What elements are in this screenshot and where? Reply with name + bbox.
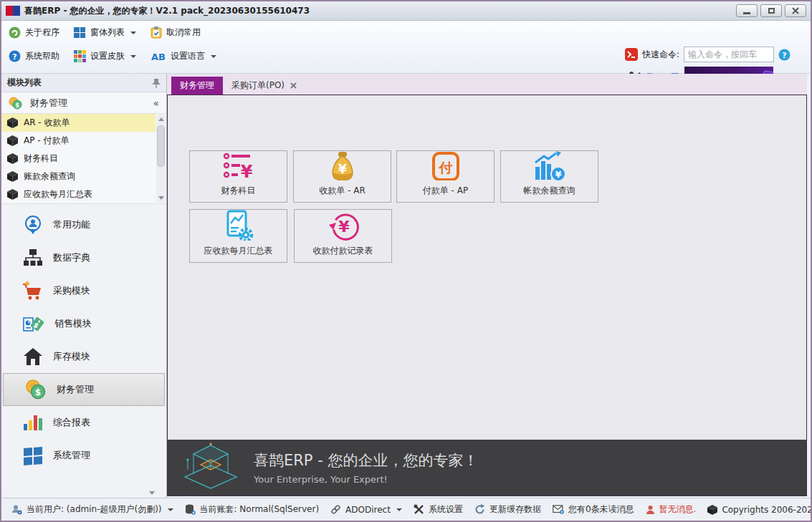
tile-label: 应收款每月汇总表 bbox=[204, 245, 273, 257]
module-common[interactable]: 常用功能 bbox=[1, 208, 166, 241]
module-label: 综合报表 bbox=[53, 416, 90, 429]
module-label: 财务管理 bbox=[57, 383, 94, 396]
quick-command-label: 快速命令: bbox=[642, 49, 679, 61]
payment-records-icon: ¥ bbox=[327, 210, 360, 241]
ado-direct-dropdown[interactable]: ADODirect bbox=[325, 504, 408, 515]
sidebar-scrollbar[interactable] bbox=[156, 115, 166, 203]
module-sales[interactable]: $ 销售模块 bbox=[1, 307, 166, 340]
tab-label: 采购订单(PO) bbox=[231, 79, 285, 92]
tile-monthly-summary[interactable]: 应收款每月汇总表 bbox=[189, 209, 287, 263]
svg-text:?: ? bbox=[782, 50, 786, 59]
module-label: 采购模块 bbox=[53, 284, 90, 297]
group-label: 财务管理 bbox=[30, 97, 145, 110]
refresh-cache-button[interactable]: 更新缓存数据 bbox=[469, 503, 547, 516]
module-label: 系统管理 bbox=[53, 449, 90, 462]
minimize-button[interactable] bbox=[736, 4, 758, 17]
price-tag-icon: $ bbox=[23, 314, 44, 334]
module-label: 销售模块 bbox=[54, 317, 92, 330]
cube-dark-icon bbox=[707, 505, 717, 515]
sidebar-overflow-button[interactable] bbox=[149, 491, 155, 495]
set-language-label: 设置语言 bbox=[171, 50, 205, 62]
scroll-thumb[interactable] bbox=[157, 125, 165, 167]
func-item-ap[interactable]: AP - 付款单 bbox=[1, 132, 156, 150]
cancel-favorite-button[interactable]: 取消常用 bbox=[151, 26, 201, 39]
system-settings-button[interactable]: 系统设置 bbox=[408, 503, 469, 516]
func-item-monthly[interactable]: 应收款每月汇总表 bbox=[1, 185, 156, 203]
scroll-down-icon[interactable] bbox=[156, 193, 166, 203]
quick-command-input[interactable] bbox=[684, 47, 774, 62]
cube-icon bbox=[7, 171, 18, 182]
scroll-up-icon[interactable] bbox=[156, 115, 166, 124]
tile-payment-ap[interactable]: 付 付款单 - AP bbox=[396, 150, 495, 203]
help-icon: ? bbox=[9, 50, 21, 62]
current-account-set: 当前账套: Normal(SqlServer) bbox=[179, 503, 325, 516]
user-gear-icon bbox=[11, 504, 22, 515]
ado-direct-label: ADODirect bbox=[345, 505, 391, 515]
svg-text:¥: ¥ bbox=[338, 162, 347, 176]
module-inventory[interactable]: 库存模块 bbox=[1, 340, 166, 373]
set-language-button[interactable]: AB 设置语言 bbox=[151, 50, 216, 62]
no-message-indicator[interactable]: 暂无消息. bbox=[640, 503, 702, 516]
quick-command-bar: 快速命令: ? bbox=[625, 47, 790, 62]
window-list-icon bbox=[74, 26, 86, 39]
svg-text:付: 付 bbox=[438, 160, 452, 175]
tab-close-icon[interactable] bbox=[290, 82, 297, 89]
finance-subjects-icon: ¥ bbox=[222, 151, 255, 180]
func-label: 账款余额查询 bbox=[24, 170, 75, 183]
current-user-dropdown[interactable]: 当前用户: (admin-超级用户(勿删)) bbox=[6, 503, 179, 516]
home-icon bbox=[23, 347, 43, 367]
person-red-icon bbox=[646, 505, 655, 515]
chevron-down-icon bbox=[396, 508, 402, 511]
window-list-button[interactable]: 窗体列表 bbox=[74, 26, 136, 39]
tile-receipt-ar[interactable]: ¥ 收款单 - AR bbox=[293, 150, 391, 203]
func-item-ar[interactable]: AR - 收款单 bbox=[1, 114, 156, 132]
system-help-button[interactable]: ? 系统帮助 bbox=[9, 50, 59, 62]
link-icon bbox=[330, 504, 341, 515]
refresh-cache-label: 更新缓存数据 bbox=[489, 503, 541, 516]
pin-icon[interactable] bbox=[152, 78, 161, 88]
cancel-favorite-label: 取消常用 bbox=[166, 26, 201, 39]
unread-messages-button[interactable]: 您有0条未读消息 bbox=[547, 503, 640, 516]
tile-payment-records[interactable]: ¥ 收款付款记录表 bbox=[294, 209, 392, 263]
tab-purchase-order[interactable]: 采购订单(PO) bbox=[223, 77, 305, 95]
tile-label: 付款单 - AP bbox=[423, 185, 468, 197]
group-header-finance[interactable]: $ 财务管理 « bbox=[1, 92, 166, 114]
module-reports[interactable]: 综合报表 bbox=[1, 406, 166, 439]
app-window: 喜鹊ERP - 您的企业，您的专家！V2.1 pack_202306301556… bbox=[0, 0, 812, 522]
money-bag-icon: ¥ bbox=[326, 151, 359, 180]
chevron-down-icon bbox=[130, 55, 136, 58]
close-button[interactable] bbox=[785, 4, 806, 17]
module-purchase[interactable]: 采购模块 bbox=[1, 274, 166, 307]
refresh-icon bbox=[474, 504, 485, 515]
set-skin-button[interactable]: 设置皮肤 bbox=[74, 50, 136, 62]
status-bar: 当前用户: (admin-超级用户(勿删)) 当前账套: Normal(SqlS… bbox=[1, 498, 811, 521]
pay-stamp-icon: 付 bbox=[429, 151, 462, 180]
copyright-label: Copyrights 2006-202 bbox=[722, 505, 812, 515]
about-button[interactable]: 关于程序 bbox=[9, 26, 59, 39]
module-label: 数据字典 bbox=[53, 251, 90, 264]
tab-finance[interactable]: 财务管理 bbox=[171, 77, 223, 95]
toolbar: 关于程序 窗体列表 取消常用 ? 系统帮助 bbox=[1, 21, 811, 74]
collapse-icon[interactable]: « bbox=[153, 97, 159, 109]
set-skin-label: 设置皮肤 bbox=[90, 50, 125, 62]
maximize-button[interactable] bbox=[760, 4, 782, 17]
svg-text:$: $ bbox=[15, 102, 19, 108]
module-dictionary[interactable]: 数据字典 bbox=[1, 241, 166, 274]
svg-text:?: ? bbox=[12, 52, 16, 62]
window-title: 喜鹊ERP - 您的企业，您的专家！V2.1 pack_202306301556… bbox=[24, 5, 733, 17]
module-label: 库存模块 bbox=[53, 350, 90, 363]
svg-text:AB: AB bbox=[151, 52, 166, 62]
tile-label: 财务科目 bbox=[221, 185, 256, 197]
svg-text:$: $ bbox=[35, 387, 41, 397]
banner-subtitle: Your Enterprise, Your Expert! bbox=[254, 474, 478, 485]
func-item-balance[interactable]: 账款余额查询 bbox=[1, 168, 156, 185]
func-item-subjects[interactable]: 财务科目 bbox=[1, 150, 156, 168]
func-label: 应收款每月汇总表 bbox=[24, 188, 92, 200]
help-circle-icon[interactable]: ? bbox=[778, 49, 790, 61]
module-finance[interactable]: $ 财务管理 bbox=[3, 373, 165, 406]
tile-balance-query[interactable]: ¥ 帐款余额查询 bbox=[500, 150, 598, 203]
coins-icon: $ bbox=[25, 380, 47, 400]
module-system[interactable]: 系统管理 bbox=[1, 439, 166, 472]
cube-icon bbox=[7, 153, 18, 164]
tile-finance-subjects[interactable]: ¥ 财务科目 bbox=[189, 150, 287, 203]
